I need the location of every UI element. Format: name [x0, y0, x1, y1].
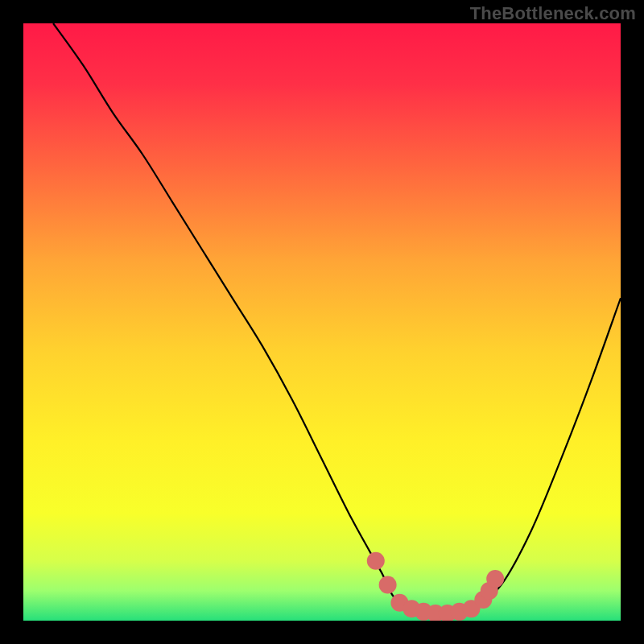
- plot-area: [23, 23, 621, 621]
- chart-frame: TheBottleneck.com: [0, 0, 644, 644]
- optimal-marker: [367, 552, 385, 570]
- watermark-text: TheBottleneck.com: [470, 3, 636, 24]
- optimal-marker: [379, 576, 397, 593]
- chart-svg: [23, 23, 621, 621]
- optimal-marker: [486, 570, 504, 588]
